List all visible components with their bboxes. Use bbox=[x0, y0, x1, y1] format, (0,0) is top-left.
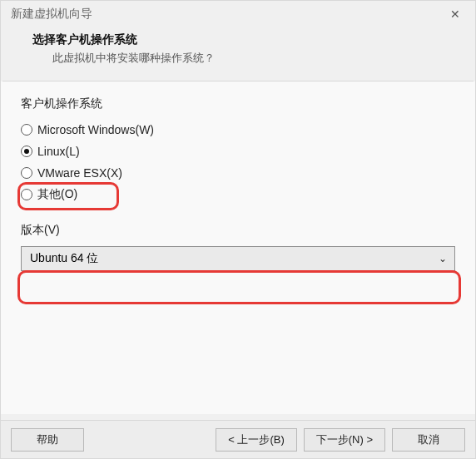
radio-icon bbox=[21, 189, 32, 200]
cancel-button[interactable]: 取消 bbox=[392, 428, 465, 452]
version-block: 版本(V) Ubuntu 64 位 ⌄ bbox=[21, 223, 455, 271]
version-label: 版本(V) bbox=[21, 223, 455, 238]
wizard-body: 客户机操作系统 Microsoft Windows(W) Linux(L) VM… bbox=[1, 81, 475, 414]
titlebar: 新建虚拟机向导 ✕ bbox=[1, 1, 475, 27]
version-select[interactable]: Ubuntu 64 位 ⌄ bbox=[21, 246, 455, 271]
os-option-windows[interactable]: Microsoft Windows(W) bbox=[21, 120, 455, 140]
version-selected-value: Ubuntu 64 位 bbox=[30, 251, 99, 266]
chevron-down-icon: ⌄ bbox=[439, 253, 447, 264]
window-title: 新建虚拟机向导 bbox=[11, 7, 92, 22]
radio-icon bbox=[21, 167, 32, 179]
version-select-wrap: Ubuntu 64 位 ⌄ bbox=[21, 246, 455, 271]
page-title: 选择客户机操作系统 bbox=[32, 32, 455, 47]
help-button[interactable]: 帮助 bbox=[11, 428, 84, 452]
os-option-label: Linux(L) bbox=[37, 145, 80, 158]
os-option-label: Microsoft Windows(W) bbox=[37, 123, 154, 136]
os-radio-group: Microsoft Windows(W) Linux(L) VMware ESX… bbox=[21, 120, 455, 205]
os-option-label: VMware ESX(X) bbox=[37, 166, 122, 180]
os-option-vmware-esx[interactable]: VMware ESX(X) bbox=[21, 163, 455, 183]
wizard-footer: 帮助 < 上一步(B) 下一步(N) > 取消 bbox=[1, 420, 475, 458]
os-option-other[interactable]: 其他(O) bbox=[21, 185, 455, 205]
page-subtitle: 此虚拟机中将安装哪种操作系统？ bbox=[32, 51, 455, 66]
radio-icon bbox=[21, 124, 32, 136]
close-icon[interactable]: ✕ bbox=[444, 4, 467, 24]
os-option-linux[interactable]: Linux(L) bbox=[21, 141, 455, 161]
next-button[interactable]: 下一步(N) > bbox=[304, 428, 385, 452]
os-group-label: 客户机操作系统 bbox=[21, 96, 455, 111]
back-button[interactable]: < 上一步(B) bbox=[216, 428, 297, 452]
os-option-label: 其他(O) bbox=[37, 187, 77, 202]
wizard-header: 选择客户机操作系统 此虚拟机中将安装哪种操作系统？ bbox=[1, 27, 475, 81]
radio-icon bbox=[21, 146, 32, 157]
